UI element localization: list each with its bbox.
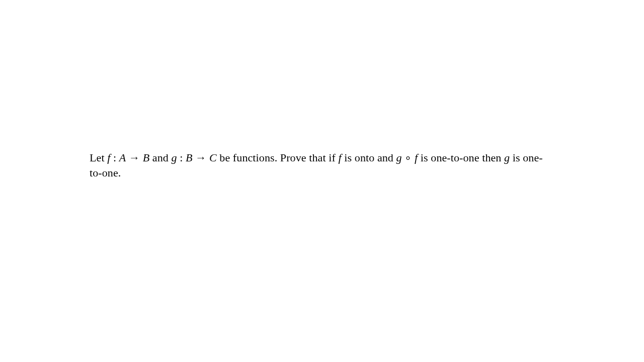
math-compose: ∘ [402,151,415,164]
math-g: g [396,151,402,164]
math-set-A: A [119,151,126,164]
math-colon: : [177,151,186,164]
problem-statement: Let f : A → B and g : B → C be functions… [90,150,548,180]
math-set-B: B [186,151,193,164]
math-arrow: → [126,151,142,164]
document-page: Let f : A → B and g : B → C be functions… [0,0,644,362]
math-g: g [504,151,510,164]
text-is-one-to-one-then: is one-to-one then [418,151,504,164]
math-colon: : [110,151,119,164]
text-let: Let [90,151,107,164]
text-and: and [149,151,171,164]
text-be-functions: be functions. Prove that if [217,151,339,164]
math-arrow: → [193,151,209,164]
math-set-B: B [143,151,150,164]
text-is-onto-and: is onto and [342,151,396,164]
math-set-C: C [209,151,217,164]
math-g: g [172,151,177,164]
